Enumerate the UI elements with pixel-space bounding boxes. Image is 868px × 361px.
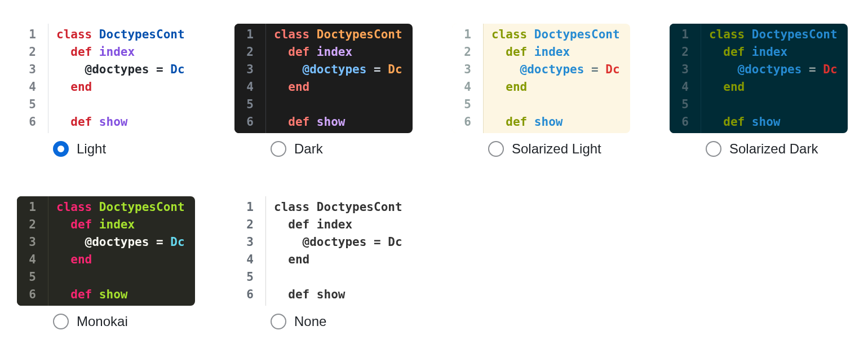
code-line: end	[274, 78, 413, 96]
line-number: 6	[234, 113, 265, 131]
line-number: 4	[234, 78, 265, 96]
line-number-gutter: 123456	[670, 24, 701, 133]
theme-label-solarized-dark: Solarized Dark	[729, 141, 818, 157]
line-number-gutter: 123456	[452, 24, 484, 133]
theme-radio-monokai[interactable]	[53, 314, 69, 329]
code-line	[491, 96, 630, 113]
line-number: 3	[17, 61, 48, 78]
theme-radio-solarized-light[interactable]	[488, 141, 504, 157]
theme-option-dark[interactable]: 123456class DoctypesCont def index @doct…	[234, 24, 413, 157]
theme-radio-row-solarized-dark[interactable]: Solarized Dark	[670, 141, 848, 157]
code-line: class DoctypesCont	[709, 26, 848, 43]
line-number-gutter: 123456	[234, 24, 266, 133]
theme-radio-light[interactable]	[53, 141, 69, 157]
code-line: class DoctypesCont	[56, 199, 195, 216]
theme-preview-solarized-light: 123456class DoctypesCont def index @doct…	[452, 24, 630, 133]
theme-radio-row-solarized-light[interactable]: Solarized Light	[452, 141, 630, 157]
code-line: end	[491, 78, 630, 96]
line-number: 1	[670, 26, 701, 43]
line-number-gutter: 123456	[17, 24, 48, 133]
line-number: 6	[17, 113, 48, 131]
line-number: 6	[670, 113, 701, 131]
code-line: def show	[274, 113, 413, 131]
code-preview: class DoctypesCont def index @doctypes =…	[266, 196, 413, 306]
line-number: 2	[670, 43, 701, 61]
theme-preview-solarized-dark: 123456class DoctypesCont def index @doct…	[670, 24, 848, 133]
code-line: @doctypes = Dc	[274, 234, 413, 251]
line-number: 1	[234, 26, 265, 43]
code-line: def show	[56, 113, 195, 131]
line-number: 4	[670, 78, 701, 96]
code-line: @doctypes = Dc	[709, 61, 848, 78]
theme-radio-dark[interactable]	[271, 141, 286, 157]
theme-label-solarized-light: Solarized Light	[512, 141, 601, 157]
line-number: 4	[17, 78, 48, 96]
theme-radio-none[interactable]	[271, 314, 286, 329]
line-number: 1	[234, 199, 265, 216]
code-line: class DoctypesCont	[274, 199, 413, 216]
line-number: 1	[17, 26, 48, 43]
line-number: 2	[17, 43, 48, 61]
line-number: 4	[17, 251, 48, 268]
code-line: @doctypes = Dc	[56, 234, 195, 251]
line-number: 5	[234, 96, 265, 113]
theme-preview-monokai: 123456class DoctypesCont def index @doct…	[17, 196, 195, 306]
code-line	[274, 96, 413, 113]
line-number: 2	[234, 43, 265, 61]
theme-radio-solarized-dark[interactable]	[706, 141, 721, 157]
code-line: def index	[274, 43, 413, 61]
line-number: 6	[234, 286, 265, 303]
code-line: def index	[56, 216, 195, 234]
line-number: 3	[234, 61, 265, 78]
code-line: def index	[274, 216, 413, 234]
line-number: 2	[452, 43, 483, 61]
line-number: 2	[17, 216, 48, 234]
code-line: def index	[491, 43, 630, 61]
theme-option-none[interactable]: 123456class DoctypesCont def index @doct…	[234, 196, 413, 329]
code-line: class DoctypesCont	[274, 26, 413, 43]
code-line	[56, 96, 195, 113]
line-number: 1	[17, 199, 48, 216]
line-number: 3	[452, 61, 483, 78]
code-line: def index	[709, 43, 848, 61]
theme-option-monokai[interactable]: 123456class DoctypesCont def index @doct…	[17, 196, 195, 329]
line-number: 5	[234, 268, 265, 286]
line-number: 4	[234, 251, 265, 268]
code-line: def show	[491, 113, 630, 131]
code-line: def show	[709, 113, 848, 131]
code-line: class DoctypesCont	[491, 26, 630, 43]
code-line: def index	[56, 43, 195, 61]
line-number: 5	[452, 96, 483, 113]
theme-radio-row-none[interactable]: None	[234, 314, 413, 329]
code-line: def show	[56, 286, 195, 303]
theme-label-light: Light	[77, 141, 106, 157]
code-line: end	[56, 251, 195, 268]
code-preview: class DoctypesCont def index @doctypes =…	[484, 24, 630, 133]
theme-grid: 123456class DoctypesCont def index @doct…	[17, 24, 851, 329]
code-line	[274, 268, 413, 286]
theme-radio-row-dark[interactable]: Dark	[234, 141, 413, 157]
code-line: def show	[274, 286, 413, 303]
code-line: @doctypes = Dc	[491, 61, 630, 78]
line-number: 3	[234, 234, 265, 251]
theme-label-none: None	[294, 314, 326, 329]
theme-preview-dark: 123456class DoctypesCont def index @doct…	[234, 24, 413, 133]
theme-option-solarized-light[interactable]: 123456class DoctypesCont def index @doct…	[452, 24, 630, 157]
line-number: 6	[17, 286, 48, 303]
code-line	[56, 268, 195, 286]
code-preview: class DoctypesCont def index @doctypes =…	[701, 24, 848, 133]
code-line: end	[274, 251, 413, 268]
line-number: 4	[452, 78, 483, 96]
line-number: 6	[452, 113, 483, 131]
theme-option-solarized-dark[interactable]: 123456class DoctypesCont def index @doct…	[670, 24, 848, 157]
theme-radio-row-light[interactable]: Light	[17, 141, 195, 157]
code-preview: class DoctypesCont def index @doctypes =…	[48, 196, 195, 306]
theme-preview-light: 123456class DoctypesCont def index @doct…	[17, 24, 195, 133]
theme-picker: 123456class DoctypesCont def index @doct…	[0, 0, 868, 353]
line-number: 3	[17, 234, 48, 251]
code-line: class DoctypesCont	[56, 26, 195, 43]
theme-radio-row-monokai[interactable]: Monokai	[17, 314, 195, 329]
line-number-gutter: 123456	[234, 196, 266, 306]
theme-option-light[interactable]: 123456class DoctypesCont def index @doct…	[17, 24, 195, 157]
line-number: 3	[670, 61, 701, 78]
